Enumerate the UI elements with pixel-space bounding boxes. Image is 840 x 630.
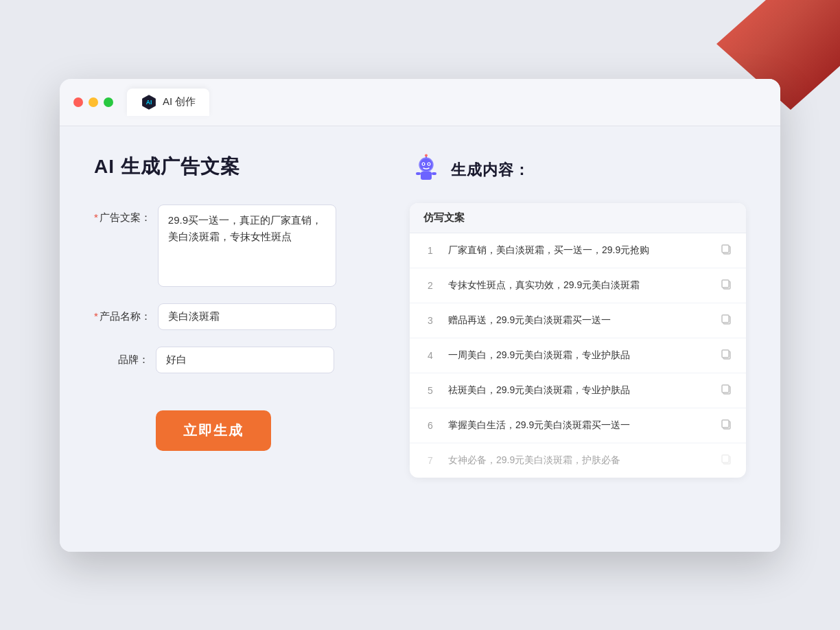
svg-rect-20	[722, 350, 729, 358]
svg-rect-24	[722, 420, 729, 428]
product-name-group: *产品名称：	[94, 303, 369, 330]
minimize-button[interactable]	[89, 97, 98, 107]
maximize-button[interactable]	[104, 97, 113, 107]
result-table: 仿写文案 1厂家直销，美白淡斑霜，买一送一，29.9元抢购 2专抹女性斑点，真实…	[410, 203, 746, 478]
brand-label: 品牌：	[94, 347, 149, 366]
ai-tab-icon: AI	[141, 94, 157, 110]
row-number: 1	[423, 245, 437, 256]
svg-rect-26	[722, 455, 729, 463]
copy-icon[interactable]	[720, 348, 732, 363]
svg-text:AI: AI	[146, 99, 152, 106]
browser-window: AI AI 创作 AI 生成广告文案 *广告文案： *产品名称：	[60, 79, 780, 552]
result-title: 生成内容：	[451, 160, 530, 180]
main-content: AI 生成广告文案 *广告文案： *产品名称： 品牌： 立	[60, 126, 780, 552]
svg-point-6	[423, 163, 424, 164]
ad-copy-label: *广告文案：	[94, 205, 151, 224]
row-number: 2	[423, 280, 437, 291]
svg-rect-12	[432, 172, 436, 175]
row-text: 祛斑美白，29.9元美白淡斑霜，专业护肤品	[448, 383, 709, 397]
product-name-label: *产品名称：	[94, 303, 151, 323]
table-row: 3赠品再送，29.9元美白淡斑霜买一送一	[410, 303, 746, 338]
title-bar: AI AI 创作	[60, 79, 780, 126]
generate-button[interactable]: 立即生成	[156, 410, 271, 451]
svg-point-7	[428, 163, 430, 164]
row-text: 厂家直销，美白淡斑霜，买一送一，29.9元抢购	[448, 243, 709, 257]
row-text: 女神必备，29.9元美白淡斑霜，护肤必备	[448, 453, 709, 467]
row-number: 7	[423, 455, 437, 466]
brand-input[interactable]	[156, 347, 334, 373]
copy-icon[interactable]	[720, 383, 732, 398]
close-button[interactable]	[73, 97, 83, 107]
result-header: 生成内容：	[410, 154, 746, 187]
tab-label: AI 创作	[163, 95, 196, 108]
table-row: 4一周美白，29.9元美白淡斑霜，专业护肤品	[410, 338, 746, 373]
row-text: 赠品再送，29.9元美白淡斑霜买一送一	[448, 313, 709, 327]
svg-rect-11	[416, 172, 421, 175]
required-star: *	[94, 211, 98, 223]
ad-copy-group: *广告文案：	[94, 205, 369, 287]
svg-rect-14	[722, 245, 729, 253]
row-number: 5	[423, 385, 437, 396]
svg-rect-10	[421, 172, 432, 180]
row-number: 4	[423, 350, 437, 361]
ad-copy-input[interactable]	[158, 205, 336, 287]
table-row: 2专抹女性斑点，真实功效，29.9元美白淡斑霜	[410, 268, 746, 303]
svg-rect-22	[722, 385, 729, 393]
right-panel: 生成内容： 仿写文案 1厂家直销，美白淡斑霜，买一送一，29.9元抢购 2专抹女…	[410, 154, 746, 524]
svg-rect-16	[722, 280, 729, 288]
required-star-2: *	[94, 310, 98, 322]
traffic-lights	[73, 97, 113, 107]
page-title: AI 生成广告文案	[94, 154, 369, 180]
robot-icon	[410, 154, 443, 187]
row-number: 3	[423, 315, 437, 326]
row-text: 掌握美白生活，29.9元美白淡斑霜买一送一	[448, 418, 709, 432]
copy-icon[interactable]	[720, 313, 732, 328]
copy-icon[interactable]	[720, 418, 732, 433]
product-name-input[interactable]	[158, 303, 336, 330]
row-number: 6	[423, 420, 437, 431]
table-row: 6掌握美白生活，29.9元美白淡斑霜买一送一	[410, 408, 746, 443]
table-row: 5祛斑美白，29.9元美白淡斑霜，专业护肤品	[410, 373, 746, 408]
copy-icon[interactable]	[720, 278, 732, 293]
row-text: 专抹女性斑点，真实功效，29.9元美白淡斑霜	[448, 278, 709, 292]
table-row: 1厂家直销，美白淡斑霜，买一送一，29.9元抢购	[410, 233, 746, 268]
table-row: 7女神必备，29.9元美白淡斑霜，护肤必备	[410, 443, 746, 478]
copy-icon[interactable]	[720, 243, 732, 258]
svg-rect-18	[722, 315, 729, 323]
svg-point-9	[425, 154, 428, 156]
brand-group: 品牌：	[94, 347, 369, 373]
row-text: 一周美白，29.9元美白淡斑霜，专业护肤品	[448, 348, 709, 362]
copy-icon[interactable]	[720, 453, 732, 468]
result-rows-container: 1厂家直销，美白淡斑霜，买一送一，29.9元抢购 2专抹女性斑点，真实功效，29…	[410, 233, 746, 478]
ai-creation-tab[interactable]: AI AI 创作	[127, 89, 209, 116]
table-header: 仿写文案	[410, 203, 746, 233]
left-panel: AI 生成广告文案 *广告文案： *产品名称： 品牌： 立	[94, 154, 369, 524]
